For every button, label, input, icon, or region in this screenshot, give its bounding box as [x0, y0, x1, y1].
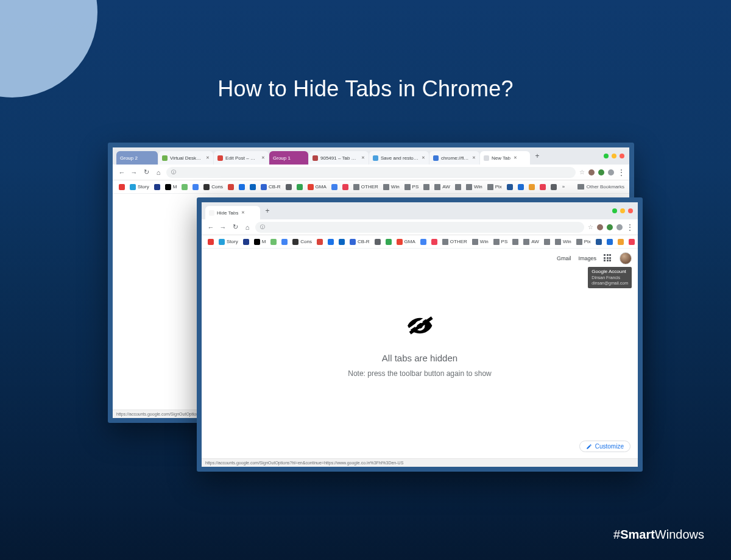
google-apps-button[interactable]: [604, 254, 612, 263]
close-window-button[interactable]: [620, 154, 624, 158]
bookmark-item[interactable]: [422, 184, 431, 190]
bookmark-item[interactable]: Story: [129, 184, 150, 190]
bookmark-item[interactable]: [330, 184, 339, 190]
forward-button[interactable]: →: [130, 168, 138, 177]
reload-button[interactable]: ↻: [231, 223, 239, 232]
bookmark-item[interactable]: AW: [522, 239, 540, 245]
gmail-link[interactable]: Gmail: [557, 255, 571, 261]
browser-tab[interactable]: Hide Tabs✕: [205, 206, 260, 219]
bookmark-item[interactable]: [454, 184, 462, 190]
minimize-button[interactable]: [612, 154, 616, 158]
bookmark-item[interactable]: Cons: [202, 184, 224, 190]
bookmark-item[interactable]: Win: [382, 184, 401, 190]
bookmark-item[interactable]: [180, 184, 189, 190]
images-link[interactable]: Images: [578, 255, 596, 261]
browser-tab[interactable]: New Tab✕: [480, 151, 530, 165]
bookmark-item[interactable]: Pix: [575, 239, 592, 245]
close-tab-button[interactable]: ✕: [261, 155, 265, 160]
browser-tab[interactable]: Save and restore t…✕: [369, 151, 429, 165]
bookmark-item[interactable]: [284, 184, 293, 190]
bookmark-star-button[interactable]: ☆: [588, 224, 593, 230]
bookmark-item[interactable]: [238, 184, 246, 190]
bookmark-item[interactable]: M: [164, 184, 178, 190]
back-button[interactable]: ←: [207, 223, 215, 232]
minimize-button[interactable]: [620, 208, 625, 213]
bookmark-item[interactable]: PS: [492, 239, 509, 245]
extension-icon[interactable]: [607, 224, 613, 230]
bookmark-item[interactable]: CB-R: [348, 239, 371, 245]
bookmark-item[interactable]: [341, 184, 350, 190]
bookmark-item[interactable]: [528, 184, 536, 190]
bookmark-item[interactable]: Story: [217, 239, 239, 245]
browser-tab[interactable]: chrome://flags✕: [429, 151, 479, 165]
bookmarks-overflow-button[interactable]: »: [562, 184, 565, 190]
home-button[interactable]: ⌂: [154, 168, 163, 177]
home-button[interactable]: ⌂: [243, 223, 252, 232]
maximize-button[interactable]: [604, 154, 609, 158]
close-tab-button[interactable]: ✕: [514, 155, 517, 160]
bookmark-star-button[interactable]: ☆: [579, 169, 585, 175]
bookmark-item[interactable]: [227, 184, 235, 190]
bookmark-item[interactable]: [191, 184, 200, 190]
close-tab-button[interactable]: ✕: [241, 210, 245, 215]
bookmark-item[interactable]: M: [253, 239, 267, 245]
close-tab-button[interactable]: ✕: [422, 155, 425, 160]
bookmark-item[interactable]: [543, 239, 551, 245]
bookmark-item[interactable]: [327, 239, 335, 245]
bookmark-item[interactable]: Win: [471, 239, 490, 245]
bookmark-item[interactable]: [549, 184, 558, 190]
bookmark-item[interactable]: [316, 239, 324, 245]
bookmark-item[interactable]: [118, 184, 126, 190]
bookmark-item[interactable]: [280, 239, 289, 245]
tab-group[interactable]: Group 1: [269, 151, 308, 165]
bookmark-item[interactable]: [249, 184, 257, 190]
bookmark-item[interactable]: GMA: [306, 184, 328, 190]
new-tab-button[interactable]: [531, 149, 544, 163]
bookmark-item[interactable]: [517, 184, 525, 190]
close-tab-button[interactable]: ✕: [472, 155, 476, 160]
bookmark-item[interactable]: GMA: [395, 239, 417, 245]
chrome-menu-button[interactable]: ⋮: [626, 223, 633, 232]
omnibox[interactable]: ⓘ: [255, 222, 584, 233]
bookmark-item[interactable]: PS: [403, 184, 420, 190]
close-tab-button[interactable]: ✕: [361, 155, 365, 160]
bookmark-item[interactable]: [373, 239, 382, 245]
extension-icon[interactable]: [588, 169, 595, 175]
back-button[interactable]: ←: [118, 168, 126, 177]
bookmark-item[interactable]: Win: [554, 239, 573, 245]
extension-icon[interactable]: [598, 169, 604, 175]
close-tab-button[interactable]: ✕: [206, 155, 210, 160]
tab-group[interactable]: Group 2: [116, 151, 158, 165]
browser-tab[interactable]: Edit Post – Chrom✕: [214, 151, 269, 165]
browser-tab[interactable]: Virtual Desks: Add✕: [158, 151, 213, 165]
other-bookmarks-button[interactable]: Other Bookmarks: [577, 184, 624, 190]
bookmark-item[interactable]: [430, 239, 439, 245]
bookmark-item[interactable]: [616, 239, 625, 245]
bookmark-item[interactable]: Win: [465, 184, 484, 190]
bookmark-item[interactable]: [595, 239, 603, 245]
bookmark-item[interactable]: [337, 239, 346, 245]
bookmark-item[interactable]: [511, 239, 520, 245]
bookmark-item[interactable]: [153, 184, 161, 190]
extension-icon[interactable]: [597, 224, 603, 230]
bookmark-item[interactable]: OTHER: [441, 239, 468, 245]
account-avatar[interactable]: [620, 252, 632, 264]
bookmark-item[interactable]: Pix: [486, 184, 503, 190]
forward-button[interactable]: →: [219, 223, 227, 232]
bookmark-item[interactable]: Cons: [291, 239, 313, 245]
bookmark-item[interactable]: CB-R: [260, 184, 282, 190]
bookmark-item[interactable]: [506, 184, 514, 190]
close-window-button[interactable]: [628, 208, 633, 213]
profile-avatar-small[interactable]: [608, 169, 614, 175]
bookmark-item[interactable]: [269, 239, 278, 245]
bookmark-item[interactable]: [295, 184, 304, 190]
bookmark-item[interactable]: [384, 239, 393, 245]
profile-avatar-small[interactable]: [616, 224, 623, 230]
bookmark-item[interactable]: [606, 239, 614, 245]
customize-button[interactable]: Customize: [579, 441, 630, 452]
bookmark-item[interactable]: [207, 239, 215, 245]
bookmark-item[interactable]: AW: [433, 184, 451, 190]
browser-tab[interactable]: 905491 – Tab Gro…✕: [309, 151, 369, 165]
bookmark-item[interactable]: [419, 239, 428, 245]
new-tab-button[interactable]: [261, 204, 274, 218]
